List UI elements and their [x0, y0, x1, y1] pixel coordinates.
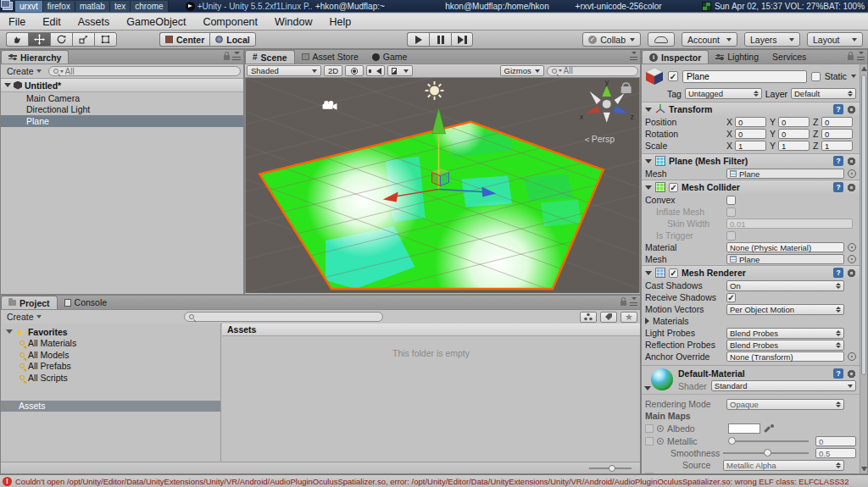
scene-viewport[interactable]: y x z < Persp: [245, 78, 640, 293]
receive-shadows-checkbox[interactable]: ✓: [726, 293, 736, 302]
metallic-value-field[interactable]: 0: [815, 436, 856, 446]
project-create-button[interactable]: Create: [3, 312, 45, 322]
search-by-type-button[interactable]: [580, 312, 597, 323]
smoothness-slider[interactable]: [723, 452, 809, 454]
disclosure-triangle-icon[interactable]: [645, 108, 652, 112]
mesh-collider-enabled-checkbox[interactable]: ✓: [669, 183, 678, 192]
smoothness-value-field[interactable]: 0.5: [815, 448, 856, 458]
help-icon[interactable]: ?: [833, 368, 843, 379]
menu-help[interactable]: Help: [320, 14, 359, 30]
favorites-root[interactable]: ★ Favorites: [1, 326, 220, 338]
hierarchy-item-main-camera[interactable]: Main Camera: [1, 92, 243, 104]
hierarchy-item-plane[interactable]: Plane: [1, 115, 243, 127]
disclosure-triangle-icon[interactable]: [4, 83, 11, 87]
scroll-up-icon[interactable]: [861, 67, 867, 71]
tab-hierarchy[interactable]: Hierarchy: [1, 50, 69, 64]
scroll-down-icon[interactable]: [861, 467, 867, 471]
hand-tool-button[interactable]: [6, 32, 28, 47]
inflate-mesh-checkbox[interactable]: [726, 208, 736, 217]
favorite-all-materials[interactable]: All Materials: [1, 338, 220, 350]
favorite-all-models[interactable]: All Models: [1, 349, 220, 361]
scene-menu-icon[interactable]: [232, 52, 240, 60]
account-dropdown[interactable]: Account: [682, 32, 737, 47]
directional-light-gizmo[interactable]: [426, 81, 444, 100]
hierarchy-search-field[interactable]: [48, 66, 241, 76]
object-picker-icon[interactable]: [848, 352, 856, 361]
is-trigger-checkbox[interactable]: [726, 231, 736, 241]
taskbar-app-tex[interactable]: tex: [110, 1, 131, 12]
scene-lighting-toggle[interactable]: [345, 65, 364, 76]
scene-search-input[interactable]: [564, 66, 633, 75]
rotation-z-field[interactable]: 0: [821, 129, 853, 139]
active-checkbox[interactable]: ✓: [668, 71, 678, 81]
rotate-tool-button[interactable]: [50, 32, 72, 47]
object-picker-icon[interactable]: [848, 169, 856, 178]
scene-effects-dropdown[interactable]: [387, 65, 413, 76]
gear-icon[interactable]: [847, 105, 856, 114]
collider-mesh-field[interactable]: Plane: [726, 254, 844, 264]
gizmo-center-cube[interactable]: [603, 100, 611, 108]
albedo-color-swatch[interactable]: [728, 423, 760, 434]
disclosure-triangle-icon[interactable]: [644, 386, 651, 390]
taskbar-window-unity[interactable]: +Unity - Unity 5.5.2xf1Linux P...: [182, 1, 312, 12]
static-flags-caret-icon[interactable]: [851, 75, 856, 78]
eyedropper-icon[interactable]: [765, 424, 774, 434]
search-by-label-button[interactable]: [600, 312, 617, 323]
help-icon[interactable]: ?: [833, 104, 843, 114]
tag-dropdown[interactable]: Untagged: [685, 88, 762, 99]
slider-thumb[interactable]: [764, 449, 771, 457]
skin-width-field[interactable]: 0.01: [726, 219, 853, 229]
rect-tool-button[interactable]: [94, 32, 117, 47]
slider-thumb[interactable]: [728, 437, 736, 445]
layout-dropdown[interactable]: Layout: [807, 32, 863, 47]
disclosure-triangle-icon[interactable]: [645, 271, 652, 275]
lock-icon[interactable]: [620, 301, 626, 306]
gear-icon[interactable]: [847, 369, 856, 379]
taskbar-app-chrome[interactable]: chrome: [131, 1, 168, 12]
tab-project[interactable]: Project: [1, 296, 58, 309]
disclosure-triangle-icon[interactable]: [645, 159, 652, 163]
scene-root-row[interactable]: Untitled*: [1, 79, 243, 92]
menu-assets[interactable]: Assets: [70, 14, 119, 30]
layers-dropdown[interactable]: Layers: [744, 32, 800, 47]
gear-icon[interactable]: [847, 157, 856, 166]
pivot-local-button[interactable]: Local: [209, 32, 255, 47]
tab-scene[interactable]: #Scene: [245, 50, 295, 64]
static-checkbox[interactable]: [811, 72, 821, 81]
hierarchy-create-button[interactable]: Create: [3, 66, 45, 76]
gear-icon[interactable]: [847, 268, 856, 278]
disclosure-triangle-icon[interactable]: [645, 185, 652, 190]
object-picker-icon[interactable]: [848, 255, 856, 263]
help-icon[interactable]: ?: [833, 182, 843, 192]
system-tray-icon[interactable]: [702, 2, 711, 11]
cast-shadows-dropdown[interactable]: On: [726, 280, 844, 291]
hierarchy-search-input[interactable]: [65, 67, 236, 76]
position-x-field[interactable]: 0: [735, 117, 766, 127]
scale-y-field[interactable]: 1: [778, 141, 810, 151]
taskbar-window-terminal-3[interactable]: +rxvt-unicode-256color: [572, 1, 702, 12]
favorite-all-prefabs[interactable]: All Prefabs: [1, 361, 220, 373]
favorites-filter-button[interactable]: ★: [620, 312, 637, 323]
taskbar-window-terminal-2[interactable]: hkon@Mudflap:/home/hkon: [442, 1, 571, 12]
texture-slot[interactable]: [645, 473, 654, 473]
pause-button[interactable]: [429, 32, 451, 47]
panel-menu-icon[interactable]: [630, 297, 637, 306]
anchor-override-field[interactable]: None (Transform): [726, 351, 844, 362]
texture-slot[interactable]: [645, 424, 654, 433]
menu-edit[interactable]: Edit: [34, 14, 70, 30]
menu-window[interactable]: Window: [266, 14, 320, 30]
mesh-renderer-header[interactable]: ✓ Mesh Renderer ?: [642, 265, 860, 279]
tab-services[interactable]: Services: [765, 50, 813, 64]
collab-button[interactable]: ✓ Collab: [582, 32, 641, 47]
menu-file[interactable]: File: [0, 14, 34, 30]
step-button[interactable]: [451, 32, 473, 47]
gear-icon[interactable]: [847, 183, 856, 192]
menu-component[interactable]: Component: [194, 14, 266, 30]
position-z-field[interactable]: 0: [821, 117, 853, 127]
mesh-collider-header[interactable]: ✓ Mesh Collider ?: [642, 180, 860, 194]
panel-menu-icon[interactable]: [857, 52, 865, 60]
taskbar-app-urxvt[interactable]: urxvt: [15, 1, 43, 12]
texture-slot[interactable]: [645, 437, 654, 445]
object-name-field[interactable]: [682, 70, 807, 83]
layer-dropdown[interactable]: Default: [791, 88, 856, 99]
